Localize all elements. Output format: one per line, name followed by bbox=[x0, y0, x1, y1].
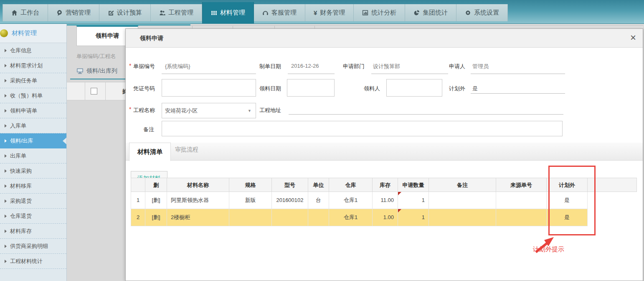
picker-label: 领料人 bbox=[364, 85, 380, 92]
delete-link[interactable]: [删] bbox=[145, 209, 167, 226]
nav-tab-label: 材料管理 bbox=[220, 9, 245, 17]
nav-tab-materials[interactable]: 材料管理 bbox=[202, 2, 254, 23]
sidebar-item-material-demand-plan[interactable]: 材料需求计划 bbox=[0, 58, 66, 73]
list-section-label: 领料/出库列 bbox=[86, 67, 117, 75]
pick-date-label: 领料日期 bbox=[259, 85, 281, 92]
nav-tab-system-settings[interactable]: 系统设置 bbox=[456, 4, 508, 21]
col-delete: 删 bbox=[145, 178, 167, 192]
required-mark: * bbox=[129, 62, 131, 69]
sidebar-item-label: 材料移库 bbox=[10, 182, 32, 190]
col-material-name: 材料名称 bbox=[167, 178, 229, 192]
delete-link[interactable]: [删] bbox=[145, 192, 167, 209]
nav-tab-customer-service[interactable]: 客服管理 bbox=[254, 4, 305, 21]
sidebar-item-quick-purchase[interactable]: 快速采购 bbox=[0, 163, 66, 179]
sidebar-item-receive-pre-material[interactable]: 收（预）料单 bbox=[0, 88, 66, 103]
modal-header: 领料申请 × bbox=[126, 29, 643, 48]
arrow-right-icon bbox=[5, 139, 7, 143]
remark-input[interactable] bbox=[162, 121, 563, 136]
apply-dept-underline bbox=[371, 74, 448, 74]
cell-remark[interactable] bbox=[429, 192, 496, 209]
sidebar-item-label: 领料/出库 bbox=[10, 137, 33, 145]
sidebar-item-purchase-task[interactable]: 采购任务单 bbox=[0, 73, 66, 88]
sidebar-item-warehouse-info[interactable]: 仓库信息 bbox=[0, 43, 66, 58]
select-all-checkbox[interactable] bbox=[91, 88, 97, 95]
arrow-right-icon bbox=[5, 64, 7, 67]
nav-tab-label: 营销管理 bbox=[66, 9, 91, 17]
sidebar-header: 材料管理 bbox=[0, 24, 66, 43]
project-name-label: 工程名称 bbox=[133, 107, 155, 114]
picker-input[interactable] bbox=[386, 79, 442, 97]
sidebar-item-project-material-stats[interactable]: 工程材料统计 bbox=[0, 254, 66, 269]
column-separator bbox=[85, 82, 85, 100]
nav-tab-marketing[interactable]: 营销管理 bbox=[48, 4, 99, 21]
sidebar-item-label: 材料库存 bbox=[10, 227, 32, 235]
sidebar-item-label: 采购任务单 bbox=[10, 77, 37, 84]
col-qty: 申请数量 bbox=[398, 178, 429, 192]
apply-dept-value[interactable]: 设计预算部 bbox=[373, 63, 400, 70]
close-icon[interactable]: × bbox=[630, 32, 636, 44]
project-addr-underline[interactable] bbox=[289, 114, 563, 115]
arrow-right-icon bbox=[5, 245, 7, 248]
tab-approval-flow[interactable]: 审批流程 bbox=[175, 146, 198, 153]
cell-warehouse: 仓库1 bbox=[329, 209, 373, 226]
col-source: 来源单号 bbox=[496, 178, 547, 192]
applicant-underline bbox=[471, 74, 565, 74]
sidebar-item-requisition-outbound[interactable]: 领料/出库 bbox=[0, 133, 66, 148]
pick-date-input[interactable] bbox=[287, 79, 335, 97]
sidebar-item-warehouse-return[interactable]: 仓库退货 bbox=[0, 209, 66, 224]
unplanned-underline bbox=[471, 93, 565, 94]
apply-dept-label: 申请部门 bbox=[343, 63, 365, 70]
sidebar: 材料管理 仓库信息 材料需求计划 采购任务单 收（预）料单 领料申请单 入库单 … bbox=[0, 24, 67, 281]
unplanned-value[interactable]: 是 bbox=[472, 85, 478, 92]
cell-warehouse: 仓库1 bbox=[329, 192, 373, 209]
cell-qty[interactable]: 1 bbox=[398, 209, 429, 226]
cell-unit: 台 bbox=[308, 192, 329, 209]
cell-qty[interactable]: 1 bbox=[398, 192, 429, 209]
arrow-right-icon bbox=[5, 260, 7, 263]
sidebar-item-material-transfer[interactable]: 材料移库 bbox=[0, 179, 66, 194]
sidebar-item-purchase-return[interactable]: 采购退货 bbox=[0, 194, 66, 209]
make-date-label: 制单日期 bbox=[259, 63, 281, 70]
sidebar-item-supplier-purchase-detail[interactable]: 供货商采购明细 bbox=[0, 239, 66, 254]
nav-tab-workbench[interactable]: 工作台 bbox=[3, 4, 48, 21]
voucher-no-input[interactable] bbox=[162, 79, 256, 97]
make-date-value[interactable]: 2016-12-26 bbox=[291, 63, 319, 69]
search-input[interactable]: 单据编码/工程名 bbox=[76, 53, 116, 60]
arrow-right-icon bbox=[5, 199, 7, 203]
edited-cell-marker bbox=[398, 192, 401, 195]
nav-tab-group-stats[interactable]: 集团统计 bbox=[405, 4, 456, 21]
nav-tab-finance[interactable]: ¥ 财务管理 bbox=[305, 4, 354, 21]
requisition-modal: 领料申请 × * 单据编号 {系统编码} 制单日期 2016-12-26 申请部… bbox=[125, 28, 643, 281]
doc-no-label: 单据编号 bbox=[133, 63, 155, 70]
people-icon bbox=[159, 10, 165, 16]
sidebar-item-outbound[interactable]: 出库单 bbox=[0, 148, 66, 163]
remark-label: 备注 bbox=[143, 126, 154, 133]
nav-tab-statistics[interactable]: 统计分析 bbox=[354, 4, 405, 21]
cell-rownum: 2 bbox=[131, 209, 145, 226]
cell-model bbox=[272, 209, 308, 226]
nav-tab-label: 客服管理 bbox=[271, 9, 297, 17]
make-date-underline bbox=[288, 74, 335, 74]
nav-tab-engineering[interactable]: 工程管理 bbox=[151, 4, 202, 21]
col-rownum bbox=[131, 178, 145, 192]
project-addr-label: 工程地址 bbox=[259, 107, 281, 114]
sidebar-item-label: 收（预）料单 bbox=[10, 92, 43, 100]
applicant-value[interactable]: 管理员 bbox=[472, 63, 489, 70]
nav-tab-label: 统计分析 bbox=[371, 9, 396, 17]
arrow-right-icon bbox=[5, 154, 7, 158]
arrow-right-icon bbox=[5, 169, 7, 173]
qty-value: 1 bbox=[422, 197, 425, 203]
nav-tab-design-budget[interactable]: 设计预算 bbox=[99, 4, 151, 21]
active-notch bbox=[63, 138, 66, 144]
cell-remark[interactable] bbox=[429, 209, 496, 226]
tab-material-list[interactable]: 材料清单 bbox=[129, 143, 171, 161]
sidebar-item-requisition-form[interactable]: 领料申请单 bbox=[0, 103, 66, 118]
nav-tab-label: 工程管理 bbox=[168, 9, 193, 17]
sidebar-item-inbound[interactable]: 入库单 bbox=[0, 118, 66, 133]
col-warehouse: 仓库 bbox=[329, 178, 373, 192]
doc-no-value[interactable]: {系统编码} bbox=[165, 63, 190, 70]
nav-tabs: 工作台 营销管理 设计预算 工程管理 材料管理 客服管理 ¥ 财务管理 统计分析 bbox=[3, 2, 508, 23]
monitor-icon bbox=[76, 68, 84, 74]
sidebar-item-material-stock[interactable]: 材料库存 bbox=[0, 224, 66, 239]
chevron-down-icon[interactable]: ▼ bbox=[248, 109, 251, 113]
